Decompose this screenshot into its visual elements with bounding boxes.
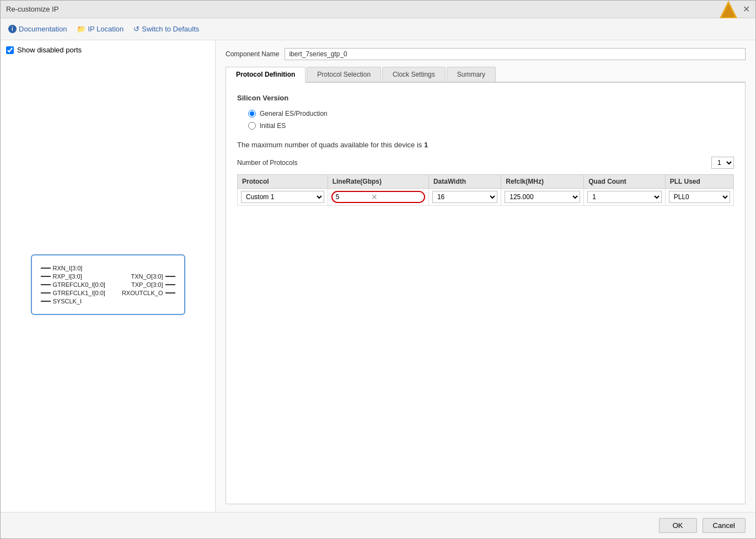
tab-summary[interactable]: Summary (447, 67, 496, 82)
main-area: Show disabled ports RXN_I[3:0] RXP_I[3:0… (1, 40, 755, 512)
port-line (41, 276, 51, 277)
port-row: SYSCLK_I (41, 298, 175, 305)
port-row: RXP_I[3:0] TXN_O[3:0] (41, 273, 175, 280)
toolbar: i Documentation 📁 IP Location ↺ Switch t… (1, 18, 755, 40)
port-label-txn: TXN_O[3:0] (131, 273, 163, 280)
table-row: Custom 1 ✕ 16 (238, 189, 734, 206)
silicon-version-group: General ES/Production Initial ES (237, 110, 734, 130)
switch-to-defaults-button[interactable]: ↺ Switch to Defaults (133, 25, 199, 33)
radio-label-general-es: General ES/Production (260, 110, 328, 118)
radio-initial-es[interactable] (248, 122, 256, 130)
num-protocols-select[interactable]: 1 2 3 4 (711, 157, 734, 169)
component-name-input[interactable] (285, 48, 746, 60)
ok-button[interactable]: OK (659, 518, 697, 533)
port-line (165, 284, 175, 285)
refclk-select[interactable]: 125.000 (505, 191, 580, 203)
silicon-version-title: Silicon Version (237, 94, 734, 102)
cell-quad-count: 1 (584, 189, 666, 206)
col-header-protocol: Protocol (238, 175, 328, 189)
refresh-icon: ↺ (133, 25, 140, 33)
port-line (41, 268, 51, 269)
quad-count-select[interactable]: 1 (587, 191, 662, 203)
col-header-quad-count: Quad Count (584, 175, 666, 189)
component-diagram: RXN_I[3:0] RXP_I[3:0] TXN_O[3:0] G (31, 254, 185, 315)
protocol-select[interactable]: Custom 1 (241, 191, 324, 203)
protocol-table: Protocol LineRate(Gbps) DataWidth Refclk… (237, 174, 734, 206)
show-disabled-checkbox[interactable] (6, 46, 14, 54)
title-bar: Re-customize IP ✕ (1, 1, 755, 18)
col-header-pll-used: PLL Used (665, 175, 733, 189)
tabs-bar: Protocol Definition Protocol Selection C… (226, 67, 746, 83)
port-label-gtrefclk1: GTREFCLK1_I[0:0] (53, 290, 105, 296)
num-protocols-row: Number of Protocols 1 2 3 4 (237, 157, 734, 169)
component-name-row: Component Name (226, 48, 746, 60)
port-line (165, 276, 175, 277)
port-line (41, 301, 51, 302)
port-label-rxoutclk: RXOUTCLK_O (122, 290, 163, 296)
port-line (165, 292, 175, 293)
documentation-label: Documentation (19, 25, 67, 33)
cell-refclk: 125.000 (501, 189, 584, 206)
linerate-input[interactable] (336, 193, 369, 201)
ip-location-label: IP Location (88, 25, 124, 33)
documentation-button[interactable]: i Documentation (8, 25, 67, 33)
radio-general-es[interactable] (248, 110, 256, 118)
linerate-input-wrap: ✕ (331, 191, 425, 203)
tab-content: Silicon Version General ES/Production In… (226, 83, 746, 504)
ip-location-button[interactable]: 📁 IP Location (77, 25, 124, 33)
tab-clock-settings[interactable]: Clock Settings (382, 67, 446, 82)
port-line (41, 284, 51, 285)
col-header-linerate: LineRate(Gbps) (328, 175, 428, 189)
left-panel: Show disabled ports RXN_I[3:0] RXP_I[3:0… (1, 40, 216, 512)
xilinx-logo (719, 0, 738, 19)
bottom-bar: OK Cancel (1, 512, 755, 538)
port-line (41, 292, 51, 293)
port-label-rxp: RXP_I[3:0] (53, 273, 82, 280)
datawidth-select[interactable]: 16 32 (432, 191, 497, 203)
cancel-button[interactable]: Cancel (703, 518, 746, 533)
radio-row-general-es: General ES/Production (248, 110, 734, 118)
col-header-refclk: Refclk(MHz) (501, 175, 584, 189)
cell-pll-used: PLL0 PLL1 (665, 189, 733, 206)
info-icon: i (8, 25, 17, 33)
num-protocols-label: Number of Protocols (237, 159, 297, 167)
col-header-datawidth: DataWidth (428, 175, 501, 189)
show-disabled-label: Show disabled ports (17, 46, 82, 54)
title-bar-left: Re-customize IP (6, 5, 58, 13)
window-title: Re-customize IP (6, 5, 58, 13)
pll-used-select[interactable]: PLL0 PLL1 (669, 191, 730, 203)
cell-protocol: Custom 1 (238, 189, 328, 206)
radio-row-initial-es: Initial ES (248, 122, 734, 130)
port-row: RXN_I[3:0] (41, 265, 175, 271)
right-panel: Component Name Protocol Definition Proto… (216, 40, 755, 512)
location-icon: 📁 (77, 25, 85, 33)
cell-linerate: ✕ (328, 189, 428, 206)
close-button[interactable]: ✕ (743, 4, 750, 14)
cell-datawidth: 16 32 (428, 189, 501, 206)
port-row: GTREFCLK1_I[0:0] RXOUTCLK_O (41, 290, 175, 296)
port-label-rxn: RXN_I[3:0] (53, 265, 83, 271)
port-row: GTREFCLK0_I[0:0] TXP_O[3:0] (41, 281, 175, 288)
switch-to-defaults-label: Switch to Defaults (142, 25, 199, 33)
radio-label-initial-es: Initial ES (260, 122, 286, 130)
show-disabled-row: Show disabled ports (6, 46, 210, 54)
max-quads-message: The maximum number of quads available fo… (237, 141, 734, 149)
tab-protocol-selection[interactable]: Protocol Selection (307, 67, 381, 82)
port-label-gtrefclk0: GTREFCLK0_I[0:0] (53, 281, 105, 288)
tab-protocol-definition[interactable]: Protocol Definition (226, 67, 305, 83)
linerate-clear-icon[interactable]: ✕ (371, 193, 378, 201)
main-window: Re-customize IP ✕ i Documentation 📁 IP L… (0, 0, 756, 539)
port-label-txp: TXP_O[3:0] (131, 281, 163, 288)
component-name-label: Component Name (226, 50, 279, 58)
port-label-sysclk: SYSCLK_I (53, 298, 82, 305)
